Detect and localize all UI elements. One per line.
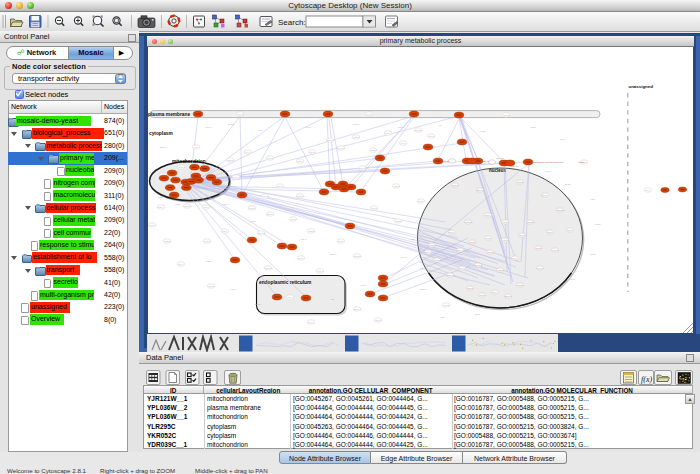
svg-text:Ypr10: Ypr10 [590, 253, 597, 255]
svg-text:Yor1 p: Yor1 p [467, 287, 474, 289]
svg-text:Yel0 c: Yel0 c [537, 267, 544, 269]
svg-text:Ygr2 a: Ygr2 a [227, 159, 234, 161]
svg-text:Pma1 c: Pma1 c [527, 221, 536, 223]
svg-text:Yil3 x: Yil3 x [287, 296, 293, 298]
svg-text:Yel5 a: Yel5 a [300, 238, 307, 240]
svg-text:Atp5 b: Atp5 b [434, 259, 441, 261]
svg-text:Yel0 c: Yel0 c [485, 237, 492, 239]
svg-text:Cox4: Cox4 [542, 194, 548, 196]
svg-text:Ypl0 c: Ypl0 c [360, 284, 367, 286]
svg-text:Sss1 t: Sss1 t [420, 288, 427, 290]
svg-text:Pma1 c: Pma1 c [184, 205, 193, 207]
svg-text:Yil3 x: Yil3 x [277, 185, 283, 187]
svg-text:Sec6 1: Sec6 1 [327, 139, 335, 141]
svg-text:Ykl1 c: Ykl1 c [545, 170, 552, 172]
svg-text:Atp5 b: Atp5 b [290, 218, 297, 220]
svg-text:Yil3 x: Yil3 x [203, 206, 209, 208]
svg-text:Qcr6: Qcr6 [560, 138, 566, 140]
svg-text:Ylr44: Ylr44 [308, 321, 314, 323]
svg-text:Yel0 c: Yel0 c [371, 207, 378, 209]
svg-text:Sec6 1: Sec6 1 [447, 274, 455, 276]
svg-text:Cox4: Cox4 [457, 249, 463, 251]
svg-text:Atp5 b: Atp5 b [429, 244, 436, 246]
svg-text:Yil8 b: Yil8 b [230, 288, 236, 290]
svg-text:Ygr2 a: Ygr2 a [178, 166, 185, 168]
svg-text:Cox4: Cox4 [338, 240, 344, 242]
svg-text:Cox4: Cox4 [449, 231, 455, 233]
svg-text:unassigned: unassigned [629, 84, 654, 89]
svg-text:Yil3 x: Yil3 x [485, 214, 491, 216]
svg-text:Ylr44: Ylr44 [492, 291, 498, 293]
svg-text:Ylr44: Ylr44 [400, 142, 406, 144]
svg-text:Ymr3: Ymr3 [250, 220, 256, 222]
svg-text:cytoplasm: cytoplasm [149, 131, 173, 136]
svg-text:tra sp: tra sp [443, 160, 450, 163]
svg-text:Ylr44: Ylr44 [645, 189, 651, 191]
svg-text:Atp5 b: Atp5 b [517, 181, 524, 183]
svg-text:transporter act molecular fnc: transporter act molecular fnc [533, 161, 564, 164]
svg-text:Cox6: Cox6 [158, 196, 164, 198]
svg-text:Pma1 c: Pma1 c [557, 209, 566, 211]
svg-text:Ygl0 a: Ygl0 a [205, 126, 212, 128]
svg-text:Cyb2: Cyb2 [480, 130, 486, 132]
svg-text:Yhr8: Yhr8 [590, 198, 596, 200]
svg-text:mol fnc: mol fnc [496, 157, 505, 160]
svg-text:Hxt7 a: Hxt7 a [552, 249, 559, 251]
svg-text:Hxt7 a: Hxt7 a [309, 151, 316, 153]
svg-text:Sec6 1: Sec6 1 [477, 189, 485, 191]
svg-text:Sdh4 a: Sdh4 a [160, 146, 168, 148]
svg-text:Cox4: Cox4 [425, 251, 431, 253]
svg-text:Yol1 p: Yol1 p [400, 256, 407, 258]
svg-text:Yor1 p: Yor1 p [487, 251, 494, 253]
svg-text:Yel0 c: Yel0 c [204, 240, 211, 242]
svg-text:Atp5 b: Atp5 b [393, 185, 400, 187]
svg-text:Yel0 c: Yel0 c [193, 146, 200, 148]
svg-text:Ylr44: Ylr44 [233, 176, 239, 178]
svg-text:Ydr5: Ydr5 [410, 238, 416, 240]
svg-text:Rpl3: Rpl3 [570, 278, 575, 280]
svg-text:Sec24: Sec24 [228, 123, 235, 125]
svg-text:Atp5 b: Atp5 b [353, 136, 360, 138]
svg-text:Ylr44: Ylr44 [178, 263, 184, 265]
svg-text:Pma1 c: Pma1 c [265, 267, 274, 269]
svg-text:Pma1 c: Pma1 c [354, 255, 363, 257]
svg-text:Ssa1: Ssa1 [475, 313, 481, 315]
svg-text:Ygr2 a: Ygr2 a [395, 220, 402, 222]
svg-text:Yor1 p: Yor1 p [479, 294, 486, 296]
svg-text:mitochondrion: mitochondrion [172, 159, 206, 164]
svg-text:Rps2: Rps2 [565, 183, 571, 185]
svg-text:Ygr2 a: Ygr2 a [517, 284, 524, 286]
svg-text:Yor1 t: Yor1 t [578, 161, 584, 164]
svg-text:Sec6 1: Sec6 1 [354, 308, 362, 310]
svg-text:Ygr2 a: Ygr2 a [469, 241, 476, 243]
svg-text:Ygr2 a: Ygr2 a [164, 240, 171, 242]
svg-text:Pma1 c: Pma1 c [297, 195, 306, 197]
svg-text:Hxt7 a: Hxt7 a [262, 195, 269, 197]
svg-text:f(x): f(x) [641, 375, 652, 384]
svg-text:Ygr2 a: Ygr2 a [370, 149, 377, 151]
svg-text:Ygr2 a: Ygr2 a [535, 247, 542, 249]
svg-text:Yor1 p: Yor1 p [452, 184, 459, 186]
svg-text:Yel0 c: Yel0 c [519, 234, 526, 236]
svg-text:Yor1 p: Yor1 p [428, 135, 435, 137]
svg-text:Yor1 p: Yor1 p [249, 207, 256, 209]
svg-text:Yil3 x: Yil3 x [567, 229, 573, 231]
svg-text:Hxt7 a: Hxt7 a [502, 239, 509, 241]
svg-text:Sec6 1: Sec6 1 [258, 232, 266, 234]
svg-text:Hxt7 a: Hxt7 a [317, 270, 324, 272]
svg-text:Atp4 x: Atp4 x [222, 203, 229, 205]
svg-text:act tp: act tp [483, 160, 490, 163]
svg-text:Cox4: Cox4 [158, 206, 164, 208]
svg-text:Ygr1 b: Ygr1 b [352, 123, 359, 125]
svg-text:Ynl2 a: Ynl2 a [540, 298, 547, 300]
svg-text:Ylr44: Ylr44 [245, 151, 251, 153]
svg-text:Atp17: Atp17 [305, 126, 312, 128]
svg-text:Yor2 t: Yor2 t [530, 126, 536, 128]
svg-text:Hxt7 a: Hxt7 a [502, 221, 509, 223]
svg-text:Hmg1: Hmg1 [205, 260, 212, 262]
svg-text:Ygr2 a: Ygr2 a [503, 114, 510, 116]
svg-text:Pma1 c: Pma1 c [415, 129, 424, 131]
svg-text:Yel0 c: Yel0 c [366, 113, 373, 115]
svg-text:Atp5 b: Atp5 b [443, 304, 450, 306]
svg-text:Hxt7 a: Hxt7 a [237, 113, 244, 115]
